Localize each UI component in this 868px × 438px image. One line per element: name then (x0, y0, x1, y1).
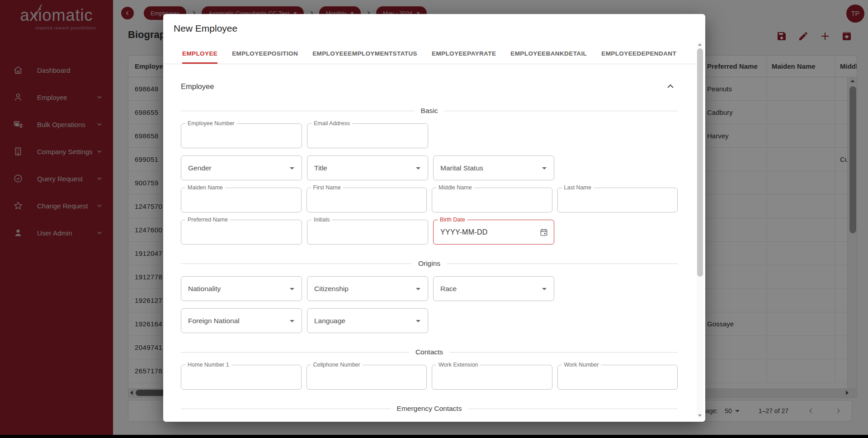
group-title: Origins (418, 259, 440, 268)
field-label: Employee Number (185, 120, 237, 127)
employee-number-field[interactable]: Employee Number (181, 123, 302, 148)
tab-employeeposition[interactable]: EMPLOYEEPOSITION (232, 43, 298, 64)
select-placeholder: Marital Status (440, 164, 483, 172)
select-placeholder: Race (440, 285, 457, 293)
field-row: NationalityCitizenshipRace (181, 276, 678, 301)
section-title: Employee (181, 82, 214, 91)
tab-employeeemploymentstatus[interactable]: EMPLOYEEEMPLOYMENTSTATUS (312, 43, 417, 64)
group-title: Contacts (415, 348, 443, 356)
collapse-section-button[interactable] (665, 81, 676, 92)
preferred-name-field[interactable]: Preferred Name (181, 220, 302, 245)
dropdown-caret-icon (290, 320, 294, 322)
gender-select[interactable]: Gender (181, 155, 302, 180)
dropdown-caret-icon (416, 320, 420, 322)
dialog-scrollbar[interactable] (697, 42, 703, 418)
group-title: Emergency Contacts (397, 405, 462, 413)
group-divider: Emergency Contacts (181, 404, 678, 413)
field-row: Employee NumberEmail Address (181, 123, 678, 148)
group-divider: Origins (181, 259, 678, 268)
field-label: Cellphone Number (311, 362, 363, 368)
chevron-up-icon (665, 81, 676, 92)
dropdown-caret-icon (542, 288, 547, 290)
field-row: Maiden NameFirst NameMiddle NameLast Nam… (181, 188, 678, 212)
dialog-scrollbar-thumb[interactable] (697, 48, 703, 277)
divider-line (181, 409, 391, 409)
field-label: Home Number 1 (185, 362, 231, 368)
middle-name-field[interactable]: Middle Name (432, 188, 552, 212)
divider-line (447, 264, 678, 264)
field-row: Foreign NationalLanguage (181, 308, 678, 333)
dropdown-caret-icon (542, 167, 547, 170)
tab-employee[interactable]: EMPLOYEE (182, 43, 217, 64)
field-label: Middle Name (436, 184, 474, 191)
dropdown-caret-icon (290, 167, 294, 170)
select-placeholder: Title (314, 164, 327, 172)
field-label: Work Extension (436, 362, 480, 368)
field-label: Email Address (311, 120, 352, 127)
group-title: Basic (421, 107, 438, 115)
divider-line (468, 409, 678, 409)
home-number-1-field[interactable]: Home Number 1 (181, 365, 302, 390)
work-extension-field[interactable]: Work Extension (432, 365, 552, 390)
tab-employeebankdetail[interactable]: EMPLOYEEBANKDETAIL (510, 43, 587, 64)
scroll-up-arrow-icon[interactable] (698, 43, 702, 46)
field-label: Birth Date (438, 217, 467, 223)
group-divider: Contacts (181, 348, 678, 357)
field-label: Preferred Name (185, 217, 230, 223)
dropdown-caret-icon (290, 288, 294, 290)
field-label: First Name (311, 184, 343, 191)
employee-section-header: Employee (181, 81, 678, 92)
dialog-title: New Employee (174, 23, 237, 34)
divider-line (181, 264, 412, 264)
divider-line (449, 352, 678, 353)
tab-employeedependant[interactable]: EMPLOYEEDEPENDANT (601, 43, 676, 64)
race-select[interactable]: Race (433, 276, 554, 301)
scroll-down-arrow-icon[interactable] (698, 414, 702, 417)
initials-field[interactable]: Initials (307, 220, 428, 245)
divider-line (444, 111, 678, 111)
field-label: Work Number (562, 362, 601, 368)
nationality-select[interactable]: Nationality (181, 276, 302, 301)
field-value: YYYY-MM-DD (440, 228, 488, 236)
birth-date-field[interactable]: Birth DateYYYY-MM-DD (433, 220, 554, 245)
field-row: Home Number 1Cellphone NumberWork Extens… (181, 365, 678, 390)
select-placeholder: Nationality (188, 285, 221, 293)
field-row: GenderTitleMarital Status (181, 155, 678, 180)
dropdown-caret-icon (416, 288, 420, 290)
dropdown-caret-icon (416, 167, 420, 170)
select-placeholder: Citizenship (314, 285, 349, 293)
dialog-tabs: EMPLOYEEEMPLOYEEPOSITIONEMPLOYEEEMPLOYME… (182, 43, 676, 64)
citizenship-select[interactable]: Citizenship (307, 276, 428, 301)
dialog-content: Employee BasicEmployee NumberEmail Addre… (181, 64, 678, 422)
work-number-field[interactable]: Work Number (557, 365, 678, 390)
foreign-national-select[interactable]: Foreign National (181, 308, 302, 333)
group-divider: Basic (181, 106, 678, 115)
new-employee-dialog: New Employee EMPLOYEEEMPLOYEEPOSITIONEMP… (163, 14, 705, 422)
last-name-field[interactable]: Last Name (557, 188, 678, 212)
select-placeholder: Gender (188, 164, 212, 172)
divider-line (181, 111, 415, 111)
select-placeholder: Language (314, 317, 345, 325)
field-label: Initials (311, 217, 332, 223)
calendar-icon (539, 228, 548, 237)
marital-status-select[interactable]: Marital Status (433, 155, 554, 180)
field-label: Last Name (562, 184, 594, 191)
divider-line (181, 352, 409, 353)
tab-employeepayrate[interactable]: EMPLOYEEPAYRATE (432, 43, 496, 64)
field-row: Preferred NameInitialsBirth DateYYYY-MM-… (181, 220, 678, 245)
title-select[interactable]: Title (307, 155, 428, 180)
app-root: axiomatic inspired reward possibilities … (0, 0, 868, 438)
field-label: Maiden Name (185, 184, 225, 191)
first-name-field[interactable]: First Name (307, 188, 427, 212)
form-groups: BasicEmployee NumberEmail AddressGenderT… (181, 106, 678, 413)
email-address-field[interactable]: Email Address (307, 123, 428, 148)
language-select[interactable]: Language (307, 308, 428, 333)
select-placeholder: Foreign National (188, 317, 240, 325)
maiden-name-field[interactable]: Maiden Name (181, 188, 302, 212)
cellphone-number-field[interactable]: Cellphone Number (307, 365, 427, 390)
